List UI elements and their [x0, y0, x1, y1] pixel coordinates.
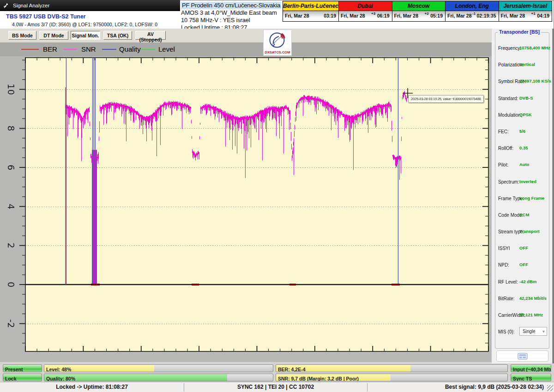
- tp-row-issyi: ISSYIOFF: [495, 242, 549, 259]
- transponder-groupbox: Transponder [BS] Frequency:10758,400 MHz…: [495, 32, 549, 349]
- transponder-panel: Transponder [BS] Frequency:10758,400 MHz…: [492, 29, 554, 363]
- statusbar: Locked -> Uptime: 81:08:27 SYNC 162 | TE…: [0, 382, 554, 392]
- clock-moscow: Moscow Fri, Mar 28 +2 05:19: [392, 1, 446, 21]
- tsa-button[interactable]: TSA (OK): [103, 31, 132, 40]
- av-button[interactable]: AV (Stopped): [135, 31, 166, 40]
- tp-row-rolloff: RollOff:0.35: [495, 142, 549, 159]
- signal-chart: 2025-03-28 03.19.25, value: 9,8000001907…: [0, 56, 492, 362]
- clock-date: Fri, Mar 28: [341, 13, 365, 18]
- clock-offset: +2: [425, 12, 429, 16]
- info-line-frequency: 10 758 MHz-V : YES israel: [181, 17, 284, 24]
- tp-row-fec: FEC:5/6: [495, 125, 549, 142]
- clock-city: Dubai: [339, 1, 391, 11]
- snr-legend-label: SNR: [81, 45, 96, 53]
- tuner-title: TBS 5927 USB DVB-S2 Tuner: [6, 13, 86, 20]
- signal-analyzer-window: Signal Analyzer TBS 5927 USB DVB-S2 Tune…: [0, 0, 554, 392]
- dxsatcs-logo: DXSATCS.COM: [263, 30, 292, 56]
- info-line-satellite: AMOS 3 at 4,0°W_Middle East beam: [181, 9, 284, 17]
- ber-legend-line: [21, 49, 39, 50]
- clock-city: Jerusalem-Israel: [499, 1, 552, 11]
- tp-row-npd: NPD:OFF: [495, 259, 549, 275]
- level-legend-line: [141, 49, 156, 50]
- ber-meter: BER: 4,2E-4: [276, 364, 508, 372]
- quality-legend-label: Quality: [119, 45, 141, 53]
- window-titlebar[interactable]: Signal Analyzer: [0, 0, 180, 11]
- clock-time: 04:19: [537, 13, 549, 18]
- clock-offset: +3: [371, 12, 375, 16]
- clock-city: Berlin-Paris-Lučenec: [283, 1, 338, 11]
- chevron-down-icon: ▾: [542, 327, 545, 335]
- tp-row-stream-type: Stream type:Transport: [495, 226, 549, 242]
- tp-row-bitrate: BitRate:42,234 Mbit/s: [495, 292, 549, 309]
- tp-row-spectrum: Spectrum:Inverted: [495, 176, 549, 192]
- snr-meter: SNR: 9,7 dB (Margin: 3,2 dB | Poor): [276, 374, 508, 381]
- info-line-antenna: PF Prodelin 450 cm/Lučenec-Slovakia: [181, 2, 281, 9]
- input-indicator: Input (~40,34 Mbps): [511, 364, 551, 372]
- statusbar-best-signal: Best signal: 9,9 dB (2025-03-28 02:34): [367, 382, 548, 392]
- transponder-title: Transponder [BS]: [498, 29, 541, 35]
- bs-mode-button[interactable]: BS Mode: [8, 31, 36, 40]
- clock-date: Fri, Mar 28: [285, 13, 309, 18]
- quality-legend-line: [102, 49, 116, 50]
- ber-legend-label: BER: [43, 45, 57, 53]
- statusbar-sync-counters: SYNC 162 | TEI 20 | CC 10702: [184, 382, 367, 392]
- panel-scrollbar[interactable]: [552, 29, 554, 363]
- tp-row-rf-level: RF Level:-42 dBm: [495, 276, 549, 292]
- clock-date: Fri, Mar 28: [447, 13, 472, 18]
- dxsatcs-dish-icon: [267, 31, 288, 50]
- clock-offset: -1: [472, 12, 476, 16]
- mis-dropdown[interactable]: Single ▾: [519, 327, 547, 336]
- clock-time: 03:19: [324, 13, 336, 18]
- tuner-subtitle: 4.0W - Amos 3/7 (ID: 3560) @ LOF1: 97500…: [12, 22, 157, 27]
- clock-dubai: Dubai Fri, Mar 28 +3 06:19: [339, 1, 392, 21]
- tp-row-carrierwidth: CarrierWidth:37,121 MHz: [495, 309, 549, 326]
- level-meter: Level: 48%: [44, 364, 273, 372]
- reception-info: PF Prodelin 450 cm/Lučenec-Slovakia AMOS…: [181, 1, 284, 31]
- tp-row-frame-type: Frame Type:Long Frame: [495, 192, 549, 209]
- tp-row-standard: Standard:DVB-S: [495, 92, 549, 109]
- dt-mode-button[interactable]: DT Mode: [39, 31, 68, 40]
- tp-row-frequency: Frequency:10758,400 MHz: [495, 42, 549, 59]
- tp-row-modulation: Modulation:QPSK: [495, 109, 549, 125]
- clock-date: Fri, Mar 28: [501, 13, 525, 18]
- status-meters: Present Level: 48% BER: 4,2E-4 Input (~4…: [0, 363, 554, 382]
- tp-row-symbol-rate: Symbol Rate:27497,108 KS/s: [495, 75, 549, 92]
- signal-mon-tab[interactable]: Signal Mon.: [71, 31, 100, 40]
- ts-data-button[interactable]: [496, 350, 548, 362]
- mode-toolbar: BS Mode DT Mode Signal Mon. TSA (OK) AV …: [0, 29, 492, 42]
- clock-date: Fri, Mar 28: [394, 13, 419, 18]
- clock-city: Moscow: [392, 1, 445, 11]
- snr-legend-line: [63, 49, 77, 50]
- chart-tooltip: 2025-03-28 03.19.25, value: 9,8000001907…: [408, 95, 484, 103]
- chart-legend: BER SNR Quality Level: [0, 42, 492, 56]
- tuner-header: TBS 5927 USB DVB-S2 Tuner 4.0W - Amos 3/…: [0, 11, 180, 29]
- clock-offset: +1: [531, 12, 536, 16]
- resize-grip[interactable]: [547, 385, 553, 391]
- lock-indicator: Lock: [3, 374, 42, 381]
- tp-row-mis: MIS (0): Single ▾: [495, 326, 549, 342]
- statusbar-lock-uptime: Locked -> Uptime: 81:08:27: [0, 382, 184, 392]
- clock-time: 06:19: [377, 13, 390, 18]
- clock-time: 02:19:35: [476, 13, 496, 18]
- level-legend-label: Level: [158, 45, 175, 53]
- clock-jerusalem: Jerusalem-Israel Fri, Mar 28 +1 04:19: [499, 1, 552, 21]
- app-dish-icon: [3, 2, 9, 9]
- clock-time: 05:19: [430, 13, 443, 18]
- tp-row-polarization: Polarization:Vertical: [495, 59, 549, 75]
- keyboard-icon: [518, 353, 528, 360]
- quality-meter: Quality: 80%: [44, 374, 273, 381]
- world-clocks: Berlin-Paris-Lučenec Fri, Mar 28 03:19 D…: [283, 1, 552, 22]
- present-indicator: Present: [3, 364, 42, 372]
- sync-ts-indicator: Sync TS: [511, 374, 551, 381]
- clock-london: London, Eng Fri, Mar 28 -1 02:19:35: [446, 1, 499, 21]
- clock-berlin: Berlin-Paris-Lučenec Fri, Mar 28 03:19: [283, 1, 339, 21]
- tp-row-pilot: Pilot:Auto: [495, 159, 549, 175]
- dxsatcs-logo-text: DXSATCS.COM: [264, 50, 291, 54]
- tp-row-code-mode: Code Mode:CCM: [495, 209, 549, 226]
- clock-city: London, Eng: [446, 1, 498, 11]
- window-title: Signal Analyzer: [13, 3, 49, 8]
